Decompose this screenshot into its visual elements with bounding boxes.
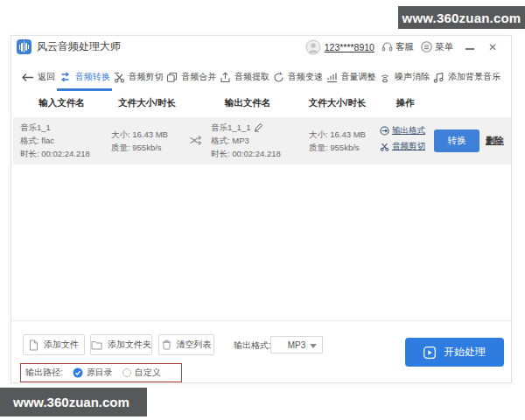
output-size-info: 大小: 16.43 MB 质量: 955kb/s	[309, 128, 366, 154]
tab-audio-merge[interactable]: 音频合并	[166, 71, 216, 83]
col-header-actions: 操作	[383, 97, 427, 109]
file-icon	[29, 340, 38, 351]
watermark-bottom: www.360zuan.com	[0, 388, 147, 416]
tab-label: 噪声消除	[395, 71, 430, 83]
input-file-format: 格式: flac	[20, 134, 90, 147]
col-header-output-size: 文件大小/时长	[296, 97, 379, 109]
active-tab-underline	[57, 88, 112, 91]
radio-original-label: 原目录	[87, 367, 113, 379]
output-format-link[interactable]: 输出格式	[380, 125, 425, 136]
tab-add-bgm[interactable]: 添加背景音乐	[433, 71, 500, 83]
swap-icon	[59, 72, 72, 82]
back-icon	[22, 73, 34, 82]
close-button[interactable]: ✕	[488, 41, 497, 53]
add-file-label: 添加文件	[44, 339, 79, 351]
add-folder-button[interactable]: 添加文件夹	[90, 334, 152, 355]
output-path-label: 输出路径:	[25, 367, 63, 379]
chevron-down-icon	[310, 344, 317, 348]
output-format-field-label: 输出格式:	[234, 340, 271, 352]
input-file-duration: 时长: 00:02:24.218	[20, 147, 90, 160]
add-file-button[interactable]: 添加文件	[23, 334, 85, 355]
input-size-info: 大小: 16.43 MB 质量: 955kb/s	[111, 128, 168, 154]
output-path-highlight-box: 输出路径: 原目录 自定义	[20, 363, 182, 382]
support-button[interactable]: 客服	[382, 41, 414, 53]
output-format-value: MP3	[288, 340, 306, 350]
folder-icon	[91, 340, 102, 350]
input-file-quality: 质量: 955kb/s	[111, 141, 168, 154]
extract-icon	[220, 72, 231, 83]
tab-label: 音频变速	[288, 71, 323, 83]
menu-label: 菜单	[435, 41, 453, 53]
row-actions: 输出格式 音频剪切	[380, 125, 425, 157]
titlebar: 风云音频处理大师 123****8910 客服 菜单 ✕	[11, 36, 511, 58]
tab-label: 音频合并	[181, 71, 216, 83]
col-header-input-size: 文件大小/时长	[103, 97, 191, 109]
avatar-icon[interactable]	[305, 39, 321, 55]
start-process-button[interactable]: 开始处理	[405, 338, 504, 367]
app-title: 风云音频处理大师	[37, 39, 121, 54]
output-file-duration: 时长: 00:02:24.218	[211, 147, 281, 160]
input-file-size: 大小: 16.43 MB	[111, 128, 168, 141]
scissors-icon	[380, 142, 389, 151]
output-format-label: 输出格式	[392, 125, 425, 136]
volume-icon	[326, 72, 338, 83]
tab-label: 音量调整	[341, 71, 376, 83]
audio-cut-link[interactable]: 音频剪切	[380, 141, 425, 152]
output-file-quality: 质量: 955kb/s	[309, 141, 366, 154]
merge-icon	[166, 72, 178, 83]
add-folder-label: 添加文件夹	[108, 339, 151, 351]
tab-audio-extract[interactable]: 音频提取	[220, 71, 270, 83]
footer-divider	[11, 320, 511, 321]
clear-list-button[interactable]: 清空列表	[158, 334, 214, 355]
col-header-output-name: 输出文件名	[204, 97, 291, 109]
tab-noise-remove[interactable]: 噪声消除	[379, 71, 430, 83]
shuffle-icon	[189, 135, 204, 146]
audio-cut-label: 音频剪切	[392, 141, 425, 152]
menu-button[interactable]: 菜单	[421, 41, 453, 53]
output-format-select[interactable]: MP3	[270, 336, 323, 354]
file-row: 音乐1_1 格式: flac 时长: 00:02:24.218 大小: 16.4…	[13, 117, 511, 164]
support-label: 客服	[396, 41, 414, 53]
app-logo-icon	[17, 39, 32, 54]
format-icon	[380, 126, 389, 136]
play-icon	[424, 346, 436, 359]
delete-link[interactable]: 删除	[486, 135, 504, 147]
tab-audio-cut[interactable]: 音频剪切	[114, 71, 164, 83]
output-file-size: 大小: 16.43 MB	[309, 128, 366, 141]
watermark-top: www.360zuan.com	[398, 6, 525, 29]
music-icon	[433, 72, 444, 83]
tab-label: 音频转换	[75, 71, 110, 83]
tab-label: 添加背景音乐	[448, 71, 500, 83]
tab-label: 音频提取	[234, 71, 270, 83]
input-file-name: 音乐1_1	[20, 121, 90, 134]
convert-button[interactable]: 转换	[434, 130, 480, 152]
tab-audio-speed[interactable]: 音频变速	[273, 71, 323, 83]
toolbar: 返回 音频转换 音频剪切 音频合并 音频提取 音频变速 音量调整	[11, 64, 511, 90]
scissors-icon	[114, 72, 125, 83]
menu-icon	[421, 41, 432, 52]
tab-volume-adjust[interactable]: 音量调整	[326, 71, 376, 83]
app-window: 风云音频处理大师 123****8910 客服 菜单 ✕ 返回 音频转换	[10, 35, 512, 383]
start-process-label: 开始处理	[444, 345, 486, 360]
output-file-info: 音乐1_1_1 格式: MP3 时长: 00:02:24.218	[211, 121, 281, 160]
edit-icon[interactable]	[254, 123, 262, 132]
radio-custom-dir[interactable]: 自定义	[122, 367, 161, 379]
back-label: 返回	[38, 71, 55, 83]
radio-checked-icon	[73, 368, 83, 378]
radio-original-dir[interactable]: 原目录	[73, 367, 113, 379]
output-file-name: 音乐1_1_1	[211, 121, 250, 134]
radio-custom-label: 自定义	[135, 367, 161, 379]
back-button[interactable]: 返回	[22, 71, 55, 83]
clear-list-label: 清空列表	[177, 339, 212, 351]
tab-audio-convert[interactable]: 音频转换	[59, 71, 110, 83]
col-header-input-name: 输入文件名	[20, 97, 103, 109]
headset-icon	[382, 41, 393, 52]
speed-icon	[273, 72, 284, 83]
tab-label: 音频剪切	[129, 71, 164, 83]
input-file-info: 音乐1_1 格式: flac 时长: 00:02:24.218	[20, 121, 90, 160]
minimize-button[interactable]	[466, 48, 474, 50]
trash-icon	[162, 340, 172, 350]
account-number[interactable]: 123****8910	[325, 42, 374, 52]
noise-icon	[379, 72, 391, 83]
radio-unchecked-icon	[122, 368, 131, 377]
